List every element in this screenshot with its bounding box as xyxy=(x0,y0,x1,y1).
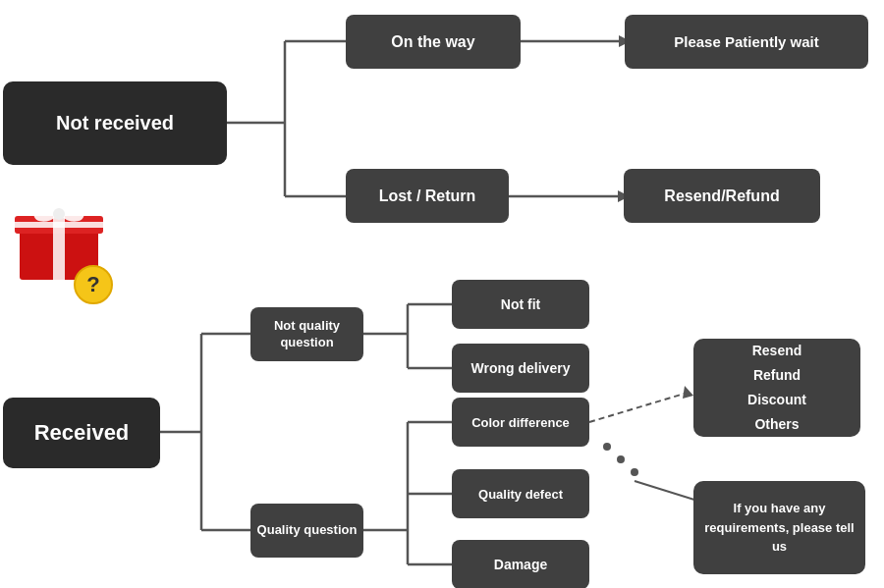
resend-refund-top-node: Resend/Refund xyxy=(624,169,820,223)
svg-point-23 xyxy=(603,443,611,451)
svg-line-21 xyxy=(589,393,688,422)
svg-marker-22 xyxy=(683,386,693,399)
question-mark-badge: ? xyxy=(74,265,113,304)
not-quality-node: Not quality question xyxy=(250,307,363,361)
lost-return-node: Lost / Return xyxy=(346,169,509,223)
tell-us-text: If you have any requirements, please tel… xyxy=(701,499,857,557)
color-difference-node: Color difference xyxy=(452,398,589,447)
not-received-node: Not received xyxy=(3,81,227,165)
received-node: Received xyxy=(3,398,160,468)
svg-point-24 xyxy=(617,455,625,463)
on-the-way-node: On the way xyxy=(346,15,521,69)
not-fit-node: Not fit xyxy=(452,280,589,329)
resend-refund-options-node: Resend Refund Discount Others xyxy=(693,339,860,437)
please-wait-node: Please Patiently wait xyxy=(625,15,868,69)
svg-line-26 xyxy=(635,481,697,501)
svg-rect-30 xyxy=(15,222,103,228)
svg-point-25 xyxy=(631,468,638,476)
svg-point-33 xyxy=(53,208,65,220)
tell-us-node: If you have any requirements, please tel… xyxy=(693,481,865,574)
resend-refund-options-text: Resend Refund Discount Others xyxy=(747,339,806,438)
quality-defect-node: Quality defect xyxy=(452,469,589,518)
damage-node: Damage xyxy=(452,540,589,588)
flowchart-diagram: ? Not received On the way Please Patient… xyxy=(0,0,884,588)
wrong-delivery-node: Wrong delivery xyxy=(452,344,589,393)
quality-question-node: Quality question xyxy=(250,504,363,558)
